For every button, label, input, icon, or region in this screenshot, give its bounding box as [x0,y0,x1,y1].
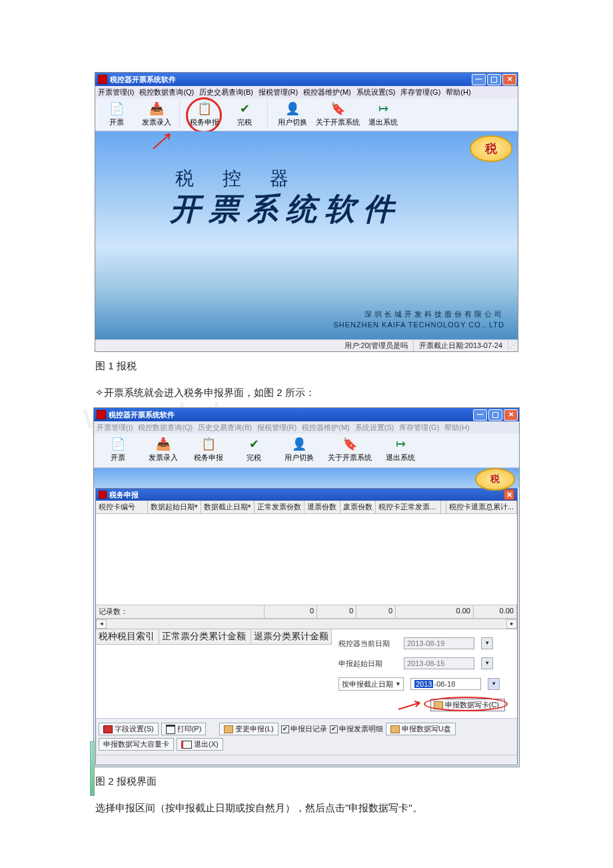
tool-about[interactable]: 🔖 关于开票系统 [322,436,378,467]
tool-invoice-entry[interactable]: 📥 发票录入 [137,101,177,130]
btn-write-udisk[interactable]: 申报数据写U盘 [386,723,456,735]
tool-user-switch-label: 用户切换 [285,453,314,463]
scroll-right-button[interactable]: ▸ [506,619,517,629]
col-start-date[interactable]: 数据起始日期 [148,501,201,513]
subwindow-titlebar: 税务申报 ✕ [96,489,517,501]
col-return-amount[interactable]: 退票分类累计金额 [251,629,332,644]
input-end-date-rest: -08-18 [434,680,455,688]
btn-change-declare-label: 变更申报(L) [235,724,273,734]
chk-declare-log[interactable]: ✔ 申报日记录 [281,724,327,734]
tool-exit[interactable]: ↦ 退出系统 [378,436,423,467]
col-void-count[interactable]: 废票份数 [340,501,376,513]
btn-write-bigcard-label: 申报数据写大容量卡 [103,739,169,749]
col-end-date[interactable]: 数据截止日期 [201,501,255,513]
footer-label: 记录数： [96,605,265,618]
chk-invoice-detail[interactable]: ✔ 申报发票明细 [330,724,383,734]
statusbar: 用户:20|管理员是吗 开票截止日期:2013-07-24 ⋰ [95,339,518,351]
maximize-button[interactable] [487,74,501,85]
invoice-entry-icon: 📥 [155,436,172,452]
col-card-return-total[interactable]: 税控卡退票总累计... [446,501,517,513]
menu-help[interactable]: 帮助(H) [446,87,470,97]
col-normal-count[interactable]: 正常发票份数 [255,501,305,513]
minimize-button[interactable]: — [472,74,486,85]
menu-tax-device-maint[interactable]: 税控器维护(M) [303,87,351,97]
tool-about[interactable]: 🔖 关于开票系统 [312,101,363,130]
tool-tax-complete[interactable]: ✔ 完税 [225,101,265,130]
menu-history-query: 历史交易查询(B) [198,423,252,433]
subwindow-title: 税务申报 [109,490,139,500]
dropdown-icon: ▾ [481,657,493,669]
tool-user-switch[interactable]: 👤 用户切换 [273,101,312,130]
tool-tax-complete-label: 完税 [247,453,261,463]
btn-field-settings[interactable]: 字段设置(S) [99,723,159,735]
menu-inventory-mgmt: 库存管理(G) [399,423,439,433]
btn-print-label: 打印(P) [177,724,202,734]
menu-invoice-mgmt[interactable]: 开票管理(I) [98,87,134,97]
subwindow-close-button[interactable]: ✕ [504,489,514,500]
input-end-date-year: 2013 [414,680,433,688]
app-icon [97,410,106,419]
tool-exit[interactable]: ↦ 退出系统 [363,101,403,130]
menu-system-settings[interactable]: 系统设置(S) [356,87,396,97]
menu-inventory-mgmt[interactable]: 库存管理(G) [400,87,440,97]
btn-write-bigcard[interactable]: 申报数据写大容量卡 [99,738,174,751]
chk-invoice-detail-label: 申报发票明细 [339,724,383,734]
input-device-date: 2013-08-19 [404,637,474,649]
tool-invoice[interactable]: 📄 开票 [97,101,137,130]
tool-exit-label: 退出系统 [368,117,398,127]
col-tax-index[interactable]: 税种税目索引 [96,629,159,644]
main-background: 税 税 控 器 开票系统软件 深圳长城开发科技股份有限公司 SHENZHEN K… [95,131,518,339]
tool-invoice[interactable]: 📄 开票 [95,436,141,467]
menu-tax-filing-mgmt[interactable]: 报税管理(R) [259,87,298,97]
tax-declare-icon: 📋 [200,436,217,452]
grid-footer-row: 记录数： 0 0 0 0.00 0.00 [96,605,517,619]
tool-tax-declare[interactable]: 📋 税务申报 [186,436,231,467]
menu-history-query[interactable]: 历史交易查询(B) [199,87,253,97]
write-card-button[interactable]: 申报数据写卡(C) [430,699,505,711]
toolbar-2: 📄 开票 📥 发票录入 📋 税务申报 ✔ 完税 👤 用户切换 [94,434,519,468]
footer-v3: 0 [356,605,396,618]
chk-declare-log-label: 申报日记录 [291,724,327,734]
checkbox-icon: ✔ [281,725,289,733]
dropdown-button[interactable]: ▾ [488,678,500,690]
tool-invoice-entry[interactable]: 📥 发票录入 [141,436,186,467]
screenshot-2: 税控器开票系统软件 — ✕ 开票管理(I) 税控数据查询(Q) 历史交易查询(B… [93,407,520,767]
sheet-icon [390,725,400,733]
figure-1-caption: 图 1 报税 [95,360,523,373]
row-declare-start-date: 申报起始日期 2013-08-15 ▾ [338,657,510,669]
col-return-count[interactable]: 退票份数 [305,501,340,513]
scroll-left-button[interactable]: ◂ [96,619,107,629]
logo-badge-icon: 税 [470,135,512,162]
btn-exit[interactable]: 退出(X) [177,738,223,751]
tool-user-switch[interactable]: 👤 用户切换 [277,436,322,467]
body-line-2: 选择申报区间（按申报截止日期或按自然月），然后点击"申报数据写卡"。 [95,800,523,816]
select-period-mode[interactable]: 按申报截止日期 [338,677,404,691]
subwindow-icon [99,491,107,499]
label-start-date: 申报起始日期 [338,659,397,669]
col-card-no[interactable]: 税控卡编号 [96,501,148,513]
annotation-arrow-icon [397,700,424,712]
menu-tax-data-query[interactable]: 税控数据查询(Q) [139,87,194,97]
maximize-button[interactable] [488,409,502,421]
window-titlebar: 税控器开票系统软件 — ✕ [95,73,518,86]
btn-field-settings-label: 字段设置(S) [115,724,154,734]
close-button[interactable]: ✕ [502,74,516,85]
write-card-row: 申报数据写卡(C) [338,699,510,711]
col-splitter[interactable] [441,501,446,513]
minimize-button[interactable]: — [473,409,487,421]
col-normal-amount[interactable]: 正常票分类累计金额 [159,629,251,644]
col-card-normal[interactable]: 税控卡正常发票... [376,501,441,513]
btn-print[interactable]: 打印(P) [161,723,207,735]
tool-tax-complete-label: 完税 [237,117,252,127]
btn-change-declare[interactable]: 变更申报(L) [219,723,278,735]
tool-tax-declare[interactable]: 📋 税务申报 [185,101,225,130]
card-icon [434,701,443,709]
close-button[interactable]: ✕ [504,409,518,421]
input-end-date[interactable]: 2013-08-18 [410,678,481,690]
declare-form: 税控器当前日期 2013-08-19 ▾ 申报起始日期 2013-08-15 ▾… [332,629,517,718]
tool-tax-complete[interactable]: ✔ 完税 [231,436,277,467]
resize-grip-icon[interactable]: ⋰ [508,341,518,350]
menu-tax-filing-mgmt: 报税管理(R) [257,423,297,433]
horizontal-scrollbar[interactable]: ◂ ▸ [96,619,517,629]
window-title: 税控器开票系统软件 [110,75,176,85]
